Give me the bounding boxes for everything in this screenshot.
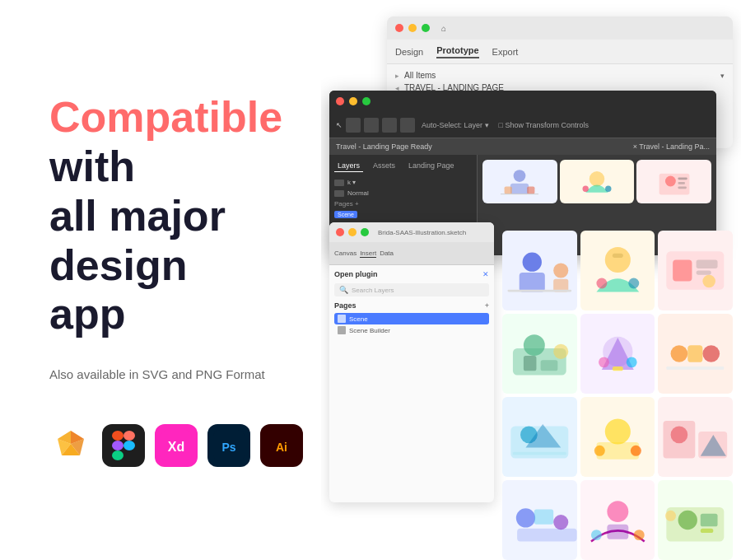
svg-rect-52 (613, 366, 623, 371)
sketch-app-icon[interactable] (49, 424, 92, 467)
scene-item[interactable]: Scene (334, 313, 489, 324)
headline-rest: withall major designapp (49, 142, 226, 338)
svg-point-79 (665, 511, 676, 521)
landing-tab[interactable]: Landing Page (405, 160, 458, 172)
svg-point-32 (553, 263, 568, 278)
svg-point-23 (583, 186, 589, 192)
ps-panel-tabs: Layers Assets Landing Page (334, 160, 472, 172)
ps-app-icon[interactable]: Ps (207, 424, 250, 467)
pages-label: Pages (334, 301, 357, 310)
layer-3: Pages + (334, 198, 472, 209)
illus-thumb-3 (636, 160, 711, 203)
svg-rect-34 (507, 290, 571, 292)
svg-text:Xd: Xd (168, 440, 184, 454)
illus-thumb-1 (482, 160, 557, 203)
svg-text:Ai: Ai (276, 441, 287, 454)
illus-card-2 (580, 231, 655, 310)
canvas-tab[interactable]: Canvas (334, 250, 357, 257)
svg-point-30 (523, 252, 542, 271)
assets-tab[interactable]: Assets (370, 160, 398, 172)
sk-min (348, 228, 357, 236)
prototype-tab[interactable]: Prototype (436, 45, 478, 58)
svg-rect-70 (534, 510, 553, 525)
svg-rect-7 (124, 431, 135, 441)
svg-point-35 (604, 247, 630, 273)
plugin-label: Open plugin (334, 270, 378, 278)
svg-rect-29 (678, 187, 686, 189)
design-tab[interactable]: Design (395, 47, 423, 57)
sk-max (361, 228, 369, 236)
maximize-dot (422, 24, 430, 32)
svg-point-63 (631, 446, 641, 456)
headline-compatible: Compatible (49, 93, 282, 141)
illus-card-7 (502, 397, 577, 477)
layer-pages: Scene (334, 209, 472, 220)
scene-builder-icon (338, 326, 346, 334)
ps-tool-1 (346, 118, 361, 133)
svg-point-74 (633, 530, 644, 540)
svg-rect-6 (112, 431, 124, 441)
home-icon: ⌂ (441, 24, 446, 33)
svg-point-17 (514, 170, 526, 182)
svg-rect-38 (613, 254, 623, 258)
svg-rect-47 (541, 360, 558, 371)
sketch-icon (53, 427, 89, 464)
figma-icon (112, 431, 135, 460)
svg-point-69 (553, 515, 568, 530)
close-plugin[interactable]: ✕ (482, 270, 489, 278)
svg-rect-28 (678, 182, 684, 184)
ai-icon: Ai (266, 430, 297, 461)
search-layers-hint[interactable]: Search Layers (352, 287, 394, 294)
illus-card-10 (502, 480, 577, 560)
svg-point-54 (703, 345, 720, 362)
svg-point-48 (553, 344, 568, 359)
sketch-toolbar: Canvas Insert Data (329, 242, 494, 265)
illus-card-1 (502, 231, 577, 310)
headline: Compatible withall major designapp (49, 93, 305, 339)
ps-toolbar: ↖ Auto-Select: Layer ▾ □ Show Transform … (329, 112, 716, 138)
svg-point-60 (604, 418, 630, 444)
svg-rect-72 (607, 525, 628, 539)
right-panel: ⌂ Design Prototype Export ▸ All Items ▾ … (321, 0, 741, 560)
svg-point-26 (665, 176, 676, 187)
svg-rect-40 (673, 260, 692, 282)
data-tab[interactable]: Data (380, 250, 394, 257)
minimize-dot (408, 24, 417, 32)
svg-point-62 (594, 446, 604, 456)
add-page-icon[interactable]: + (485, 301, 489, 310)
layers-tab[interactable]: Layers (334, 160, 363, 172)
scene-builder-item[interactable]: Scene Builder (334, 324, 489, 336)
illus-card-11 (580, 480, 655, 560)
svg-point-43 (703, 275, 716, 288)
ps-titlebar (329, 91, 716, 112)
illus-card-8 (580, 397, 655, 477)
insert-tab[interactable]: Insert (360, 250, 376, 258)
svg-rect-10 (112, 450, 124, 460)
layer-icon-1 (334, 180, 344, 186)
sketch-sidebar: Open plugin ✕ 🔍 Search Layers Pages + Sc… (329, 265, 494, 341)
svg-rect-20 (528, 187, 535, 194)
sk-close (336, 228, 344, 236)
svg-point-24 (605, 186, 611, 192)
xd-app-icon[interactable]: Xd (155, 424, 198, 467)
mockup-container: ⌂ Design Prototype Export ▸ All Items ▾ … (321, 0, 741, 560)
svg-point-76 (678, 511, 697, 530)
svg-point-45 (524, 334, 545, 356)
all-items-row: ▸ All Items ▾ (395, 69, 725, 82)
ai-app-icon[interactable]: Ai (260, 424, 303, 467)
svg-rect-9 (124, 441, 135, 450)
sketch-window: Brida-SAAS-Illustration.sketch Canvas In… (329, 222, 494, 502)
svg-rect-41 (697, 260, 718, 268)
illus-card-4 (502, 314, 577, 394)
illus-card-6 (658, 314, 733, 394)
ps-close (336, 97, 344, 105)
svg-rect-8 (112, 441, 124, 450)
figma-app-icon[interactable] (102, 424, 145, 467)
ps-tool-3 (382, 118, 397, 133)
illus-card-3 (658, 231, 733, 310)
layer-1: k ▾ (334, 177, 472, 188)
svg-point-53 (671, 345, 688, 362)
svg-point-67 (516, 508, 535, 527)
svg-point-37 (628, 278, 639, 289)
export-tab[interactable]: Export (492, 47, 519, 57)
